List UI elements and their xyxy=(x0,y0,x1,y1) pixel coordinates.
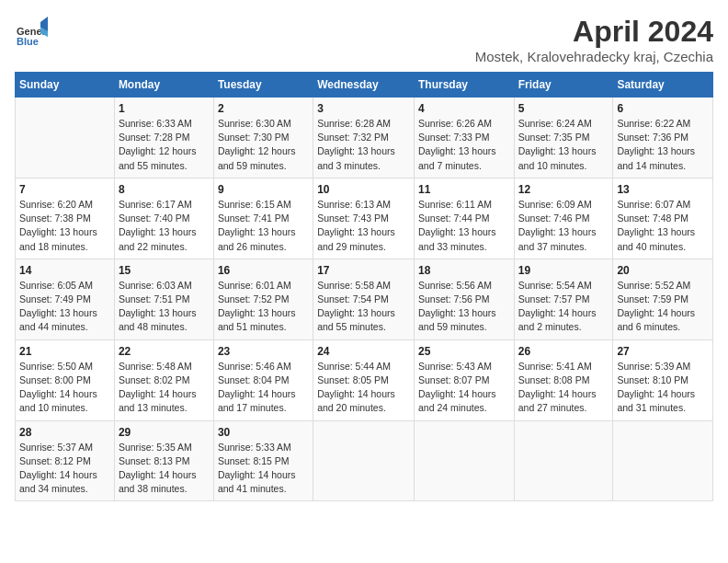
day-info: Sunrise: 6:05 AM Sunset: 7:49 PM Dayligh… xyxy=(19,279,110,335)
day-info: Sunrise: 6:11 AM Sunset: 7:44 PM Dayligh… xyxy=(418,198,510,254)
calendar-cell: 22Sunrise: 5:48 AM Sunset: 8:02 PM Dayli… xyxy=(114,339,213,420)
logo-icon: General Blue xyxy=(15,15,48,48)
calendar-cell: 19Sunrise: 5:54 AM Sunset: 7:57 PM Dayli… xyxy=(514,259,613,339)
day-info: Sunrise: 5:52 AM Sunset: 7:59 PM Dayligh… xyxy=(617,279,709,335)
svg-text:Blue: Blue xyxy=(17,36,39,47)
calendar-cell: 18Sunrise: 5:56 AM Sunset: 7:56 PM Dayli… xyxy=(414,259,514,339)
day-number: 30 xyxy=(218,426,309,439)
calendar-cell: 24Sunrise: 5:44 AM Sunset: 8:05 PM Dayli… xyxy=(313,339,415,420)
weekday-header-sunday: Sunday xyxy=(16,73,115,98)
day-info: Sunrise: 5:54 AM Sunset: 7:57 PM Dayligh… xyxy=(518,279,609,335)
calendar-cell: 30Sunrise: 5:33 AM Sunset: 8:15 PM Dayli… xyxy=(213,420,313,501)
calendar-week-row: 14Sunrise: 6:05 AM Sunset: 7:49 PM Dayli… xyxy=(16,259,713,339)
calendar-cell xyxy=(514,420,613,501)
day-number: 23 xyxy=(218,345,309,358)
calendar-table: SundayMondayTuesdayWednesdayThursdayFrid… xyxy=(15,72,713,501)
weekday-header-thursday: Thursday xyxy=(414,73,514,98)
day-info: Sunrise: 6:09 AM Sunset: 7:46 PM Dayligh… xyxy=(518,198,609,254)
calendar-cell xyxy=(16,98,115,178)
day-info: Sunrise: 5:58 AM Sunset: 7:54 PM Dayligh… xyxy=(317,279,410,335)
calendar-cell: 25Sunrise: 5:43 AM Sunset: 8:07 PM Dayli… xyxy=(414,339,514,420)
calendar-cell xyxy=(313,420,415,501)
day-number: 17 xyxy=(317,264,410,277)
day-info: Sunrise: 6:22 AM Sunset: 7:36 PM Dayligh… xyxy=(617,117,709,173)
calendar-cell: 26Sunrise: 5:41 AM Sunset: 8:08 PM Dayli… xyxy=(514,339,613,420)
day-number: 24 xyxy=(317,345,410,358)
calendar-cell: 28Sunrise: 5:37 AM Sunset: 8:12 PM Dayli… xyxy=(16,420,115,501)
day-number: 14 xyxy=(19,264,110,277)
calendar-cell: 13Sunrise: 6:07 AM Sunset: 7:48 PM Dayli… xyxy=(613,178,713,259)
weekday-header-row: SundayMondayTuesdayWednesdayThursdayFrid… xyxy=(16,73,713,98)
day-number: 11 xyxy=(418,183,510,196)
day-info: Sunrise: 6:13 AM Sunset: 7:43 PM Dayligh… xyxy=(317,198,410,254)
calendar-cell: 5Sunrise: 6:24 AM Sunset: 7:35 PM Daylig… xyxy=(514,98,613,178)
page-header: General Blue April 2024 Mostek, Kraloveh… xyxy=(15,15,713,64)
day-info: Sunrise: 5:37 AM Sunset: 8:12 PM Dayligh… xyxy=(19,441,110,497)
day-info: Sunrise: 6:20 AM Sunset: 7:38 PM Dayligh… xyxy=(19,198,110,254)
day-info: Sunrise: 5:41 AM Sunset: 8:08 PM Dayligh… xyxy=(518,360,609,416)
day-number: 18 xyxy=(418,264,510,277)
calendar-cell: 12Sunrise: 6:09 AM Sunset: 7:46 PM Dayli… xyxy=(514,178,613,259)
month-title: April 2024 xyxy=(475,15,713,49)
day-info: Sunrise: 5:48 AM Sunset: 8:02 PM Dayligh… xyxy=(119,360,210,416)
day-info: Sunrise: 6:26 AM Sunset: 7:33 PM Dayligh… xyxy=(418,117,510,173)
logo: General Blue xyxy=(15,15,50,48)
day-number: 27 xyxy=(617,345,709,358)
location-title: Mostek, Kralovehradecky kraj, Czechia xyxy=(475,49,713,64)
calendar-week-row: 1Sunrise: 6:33 AM Sunset: 7:28 PM Daylig… xyxy=(16,98,713,178)
day-number: 13 xyxy=(617,183,709,196)
weekday-header-friday: Friday xyxy=(514,73,613,98)
day-info: Sunrise: 6:15 AM Sunset: 7:41 PM Dayligh… xyxy=(218,198,309,254)
day-number: 15 xyxy=(119,264,210,277)
day-number: 26 xyxy=(518,345,609,358)
day-number: 19 xyxy=(518,264,609,277)
calendar-cell: 15Sunrise: 6:03 AM Sunset: 7:51 PM Dayli… xyxy=(114,259,213,339)
day-info: Sunrise: 6:07 AM Sunset: 7:48 PM Dayligh… xyxy=(617,198,709,254)
calendar-cell: 4Sunrise: 6:26 AM Sunset: 7:33 PM Daylig… xyxy=(414,98,514,178)
day-number: 7 xyxy=(19,183,110,196)
calendar-cell: 21Sunrise: 5:50 AM Sunset: 8:00 PM Dayli… xyxy=(16,339,115,420)
calendar-week-row: 21Sunrise: 5:50 AM Sunset: 8:00 PM Dayli… xyxy=(16,339,713,420)
calendar-cell xyxy=(414,420,514,501)
day-info: Sunrise: 6:01 AM Sunset: 7:52 PM Dayligh… xyxy=(218,279,309,335)
day-number: 1 xyxy=(119,102,210,115)
day-info: Sunrise: 5:44 AM Sunset: 8:05 PM Dayligh… xyxy=(317,360,410,416)
calendar-cell: 23Sunrise: 5:46 AM Sunset: 8:04 PM Dayli… xyxy=(213,339,313,420)
day-info: Sunrise: 5:33 AM Sunset: 8:15 PM Dayligh… xyxy=(218,441,309,497)
day-info: Sunrise: 6:03 AM Sunset: 7:51 PM Dayligh… xyxy=(119,279,210,335)
weekday-header-tuesday: Tuesday xyxy=(213,73,313,98)
calendar-cell: 1Sunrise: 6:33 AM Sunset: 7:28 PM Daylig… xyxy=(114,98,213,178)
calendar-cell: 2Sunrise: 6:30 AM Sunset: 7:30 PM Daylig… xyxy=(213,98,313,178)
calendar-cell: 11Sunrise: 6:11 AM Sunset: 7:44 PM Dayli… xyxy=(414,178,514,259)
calendar-cell xyxy=(613,420,713,501)
calendar-cell: 14Sunrise: 6:05 AM Sunset: 7:49 PM Dayli… xyxy=(16,259,115,339)
day-info: Sunrise: 5:35 AM Sunset: 8:13 PM Dayligh… xyxy=(119,441,210,497)
day-number: 5 xyxy=(518,102,609,115)
weekday-header-monday: Monday xyxy=(114,73,213,98)
day-info: Sunrise: 6:17 AM Sunset: 7:40 PM Dayligh… xyxy=(119,198,210,254)
calendar-cell: 7Sunrise: 6:20 AM Sunset: 7:38 PM Daylig… xyxy=(16,178,115,259)
day-info: Sunrise: 5:43 AM Sunset: 8:07 PM Dayligh… xyxy=(418,360,510,416)
day-number: 29 xyxy=(119,426,210,439)
weekday-header-wednesday: Wednesday xyxy=(313,73,415,98)
day-number: 22 xyxy=(119,345,210,358)
calendar-cell: 3Sunrise: 6:28 AM Sunset: 7:32 PM Daylig… xyxy=(313,98,415,178)
day-info: Sunrise: 6:33 AM Sunset: 7:28 PM Dayligh… xyxy=(119,117,210,173)
calendar-cell: 20Sunrise: 5:52 AM Sunset: 7:59 PM Dayli… xyxy=(613,259,713,339)
day-number: 10 xyxy=(317,183,410,196)
day-number: 6 xyxy=(617,102,709,115)
day-info: Sunrise: 6:24 AM Sunset: 7:35 PM Dayligh… xyxy=(518,117,609,173)
calendar-week-row: 28Sunrise: 5:37 AM Sunset: 8:12 PM Dayli… xyxy=(16,420,713,501)
day-info: Sunrise: 6:30 AM Sunset: 7:30 PM Dayligh… xyxy=(218,117,309,173)
calendar-cell: 27Sunrise: 5:39 AM Sunset: 8:10 PM Dayli… xyxy=(613,339,713,420)
calendar-cell: 29Sunrise: 5:35 AM Sunset: 8:13 PM Dayli… xyxy=(114,420,213,501)
calendar-cell: 8Sunrise: 6:17 AM Sunset: 7:40 PM Daylig… xyxy=(114,178,213,259)
calendar-cell: 16Sunrise: 6:01 AM Sunset: 7:52 PM Dayli… xyxy=(213,259,313,339)
calendar-cell: 10Sunrise: 6:13 AM Sunset: 7:43 PM Dayli… xyxy=(313,178,415,259)
weekday-header-saturday: Saturday xyxy=(613,73,713,98)
day-info: Sunrise: 5:39 AM Sunset: 8:10 PM Dayligh… xyxy=(617,360,709,416)
calendar-week-row: 7Sunrise: 6:20 AM Sunset: 7:38 PM Daylig… xyxy=(16,178,713,259)
day-number: 8 xyxy=(119,183,210,196)
day-info: Sunrise: 5:50 AM Sunset: 8:00 PM Dayligh… xyxy=(19,360,110,416)
day-info: Sunrise: 6:28 AM Sunset: 7:32 PM Dayligh… xyxy=(317,117,410,173)
